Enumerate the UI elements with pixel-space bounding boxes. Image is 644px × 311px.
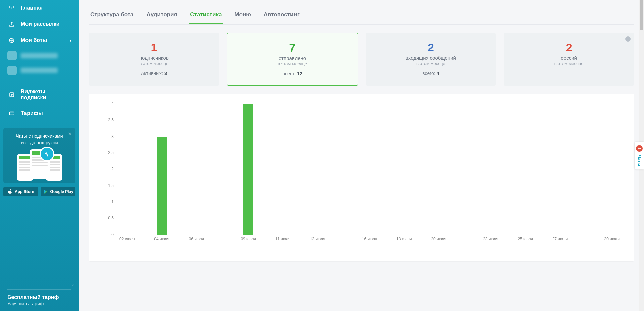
x-tick-label xyxy=(205,237,222,245)
y-tick-label: 1.5 xyxy=(108,183,114,188)
nav-mailings[interactable]: Мои рассылки xyxy=(0,16,79,32)
stat-period: в этом месяце xyxy=(92,61,216,66)
x-tick-label: 20 июля xyxy=(430,237,447,245)
stat-card-sent[interactable]: 7 отправлено в этом месяце всего: 12 xyxy=(227,33,358,86)
sliders-icon xyxy=(7,5,16,11)
globe-icon xyxy=(7,37,16,44)
x-tick-label: 13 июля xyxy=(309,237,326,245)
bot-sub-item[interactable] xyxy=(0,63,79,78)
tab-bar: Структура бота Аудитория Статистика Меню… xyxy=(89,7,634,25)
nav-label: Мои рассылки xyxy=(21,21,60,27)
x-tick-label xyxy=(326,237,344,245)
x-tick-label: 16 июля xyxy=(361,237,378,245)
chats-label: Чаты xyxy=(637,155,642,166)
nav-label: Главная xyxy=(21,5,43,11)
scrollbar-thumb[interactable] xyxy=(640,0,643,30)
card-icon xyxy=(7,110,16,117)
stat-period: в этом месяце xyxy=(231,61,354,66)
nav-label: Тарифы xyxy=(21,110,43,116)
info-icon[interactable]: i xyxy=(625,36,631,42)
x-tick-label xyxy=(413,237,430,245)
close-icon[interactable]: ✕ xyxy=(68,131,72,136)
nav-tariffs[interactable]: Тарифы xyxy=(0,105,79,121)
x-tick-label: 30 июля xyxy=(603,237,621,245)
nav-home[interactable]: Главная xyxy=(0,0,79,16)
stat-meta: Активных: 3 xyxy=(92,71,216,76)
promo-box: ✕ Чаты с подписчикамивсегда под рукой xyxy=(3,128,75,183)
stat-period: в этом месяце xyxy=(507,61,631,66)
plot-area xyxy=(118,104,621,235)
upgrade-tariff-link[interactable]: Улучшить тариф xyxy=(7,301,71,306)
x-tick-label xyxy=(447,237,465,245)
tab-statistics[interactable]: Статистика xyxy=(189,7,223,24)
googleplay-button[interactable]: Google Play xyxy=(41,187,76,196)
x-tick-label: 25 июля xyxy=(517,237,534,245)
bot-avatar xyxy=(7,51,17,60)
stat-label: сессий xyxy=(507,55,631,61)
bot-name-redacted xyxy=(21,53,58,58)
tariff-title: Бесплатный тариф xyxy=(7,294,71,300)
stat-card-incoming[interactable]: 2 входящих сообщений в этом месяце всего… xyxy=(366,33,496,86)
stat-value: 7 xyxy=(231,42,354,53)
sidebar: Главная Мои рассылки Мои боты ▾ Виджеты … xyxy=(0,0,79,311)
x-tick-label xyxy=(343,237,361,245)
tab-menu[interactable]: Меню xyxy=(233,7,252,24)
chats-side-tab[interactable]: 1 Чаты xyxy=(635,142,644,169)
widget-icon xyxy=(7,91,16,98)
tab-audience[interactable]: Аудитория xyxy=(145,7,179,24)
x-tick-label: 11 июля xyxy=(274,237,292,245)
x-tick-label xyxy=(170,237,188,245)
main-content: Структура бота Аудитория Статистика Меню… xyxy=(79,0,644,311)
chats-badge: 1 xyxy=(636,145,643,152)
nav-bots[interactable]: Мои боты ▾ xyxy=(0,32,79,48)
y-tick-label: 2.5 xyxy=(108,150,114,155)
y-axis: 00.511.522.533.54 xyxy=(102,104,116,235)
y-tick-label: 0.5 xyxy=(108,216,114,220)
pulse-icon xyxy=(40,147,54,161)
stat-card-subscribers[interactable]: 1 подписчиков в этом месяце Активных: 3 xyxy=(89,33,219,86)
stat-meta: всего: 4 xyxy=(369,71,493,76)
bot-name-redacted xyxy=(21,68,58,73)
x-axis: 02 июля04 июля06 июля09 июля11 июля13 ию… xyxy=(118,237,621,245)
bar-chart: 00.511.522.533.54 02 июля04 июля06 июля0… xyxy=(102,104,621,245)
x-tick-label xyxy=(586,237,603,245)
bot-sub-item[interactable] xyxy=(0,48,79,63)
x-tick-label xyxy=(569,237,586,245)
y-tick-label: 4 xyxy=(111,101,114,106)
appstore-button[interactable]: App Store xyxy=(3,187,38,196)
stat-meta: всего: 12 xyxy=(231,71,354,76)
svg-rect-2 xyxy=(9,112,14,115)
stat-label: отправлено xyxy=(231,55,354,61)
tab-structure[interactable]: Структура бота xyxy=(89,7,135,24)
bot-avatar xyxy=(7,66,17,75)
x-tick-label: 23 июля xyxy=(482,237,499,245)
x-tick-label xyxy=(257,237,274,245)
y-tick-label: 2 xyxy=(111,167,114,171)
y-tick-label: 0 xyxy=(111,232,114,237)
x-tick-label: 06 июля xyxy=(188,237,205,245)
store-row: App Store Google Play xyxy=(3,187,75,196)
x-tick-label: 04 июля xyxy=(153,237,170,245)
googleplay-icon xyxy=(43,189,48,194)
promo-illustration xyxy=(7,149,72,179)
tab-autoposting[interactable]: Автопостинг xyxy=(262,7,301,24)
promo-text: Чаты с подписчикамивсегда под рукой xyxy=(7,133,72,146)
nav-label: Виджеты подписки xyxy=(21,89,71,101)
x-tick-label xyxy=(136,237,153,245)
stat-label: подписчиков xyxy=(92,55,216,61)
x-tick-label xyxy=(222,237,240,245)
stat-value: 1 xyxy=(92,42,216,53)
y-tick-label: 1 xyxy=(111,200,114,204)
x-tick-label xyxy=(499,237,517,245)
stat-card-sessions[interactable]: i 2 сессий в этом месяце xyxy=(504,33,634,86)
x-tick-label xyxy=(378,237,395,245)
x-tick-label: 09 июля xyxy=(239,237,257,245)
y-tick-label: 3 xyxy=(111,134,114,139)
upload-icon xyxy=(7,21,16,28)
x-tick-label: 02 июля xyxy=(118,237,136,245)
nav-widgets[interactable]: Виджеты подписки xyxy=(0,84,79,105)
x-tick-label: 27 июля xyxy=(551,237,569,245)
collapse-sidebar-button[interactable]: ‹ xyxy=(0,278,79,289)
apple-icon xyxy=(7,189,13,194)
stat-period: в этом месяце xyxy=(369,61,493,66)
